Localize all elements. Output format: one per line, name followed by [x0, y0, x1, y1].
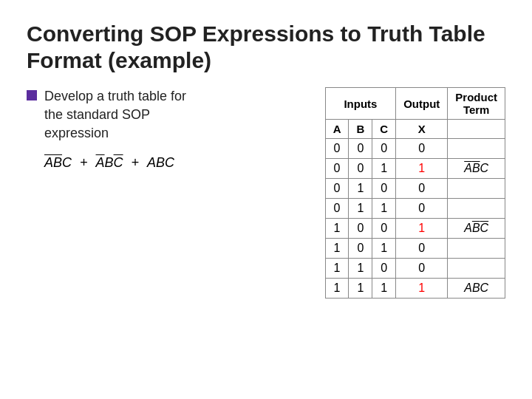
col-B-header: B: [349, 120, 372, 139]
cell-c: 0: [372, 139, 396, 159]
slide: Converting SOP Expressions to Truth Tabl…: [0, 0, 532, 399]
expr-B-bar: B: [53, 155, 62, 170]
cell-b: 1: [349, 179, 372, 199]
cell-c: 1: [372, 239, 396, 259]
product-term-header: ProductTerm: [448, 88, 505, 120]
cell-term: [448, 139, 505, 159]
cell-a: 0: [325, 179, 349, 199]
cell-c: 0: [372, 259, 396, 279]
cell-x: 0: [396, 179, 448, 199]
cell-b: 1: [349, 279, 372, 299]
truth-table: Inputs Output ProductTerm A B C X 0: [325, 87, 505, 299]
cell-b: 0: [349, 219, 372, 239]
cell-a: 0: [325, 139, 349, 159]
table-row: 1 1 0 0: [325, 259, 505, 279]
truth-table-container: Inputs Output ProductTerm A B C X 0: [325, 87, 505, 299]
output-header: Output: [396, 88, 448, 120]
left-text-block: Develop a truth table for the standard S…: [44, 87, 186, 171]
cell-c: 0: [372, 179, 396, 199]
cell-term: [448, 199, 505, 219]
expr-A-bar2: A: [96, 155, 105, 170]
cell-a: 1: [325, 279, 349, 299]
table-row: 0 1 1 0: [325, 199, 505, 219]
left-panel: Develop a truth table for the standard S…: [27, 87, 307, 171]
cell-a: 1: [325, 259, 349, 279]
expr-plus1: +: [76, 155, 92, 171]
cell-b: 0: [349, 159, 372, 179]
expr-C-bar: C: [114, 155, 123, 170]
cell-c: 1: [372, 279, 396, 299]
expr-plus2: +: [128, 155, 143, 171]
cell-b: 0: [349, 139, 372, 159]
cell-term: [448, 239, 505, 259]
cell-term: ABC: [448, 159, 505, 179]
cell-b: 1: [349, 199, 372, 219]
cell-b: 0: [349, 239, 372, 259]
cell-x: 0: [396, 259, 448, 279]
table-row: 0 0 1 1 ABC: [325, 159, 505, 179]
cell-x: 1: [396, 279, 448, 299]
cell-x: 0: [396, 139, 448, 159]
cell-x: 1: [396, 159, 448, 179]
cell-a: 0: [325, 159, 349, 179]
cell-a: 0: [325, 199, 349, 219]
cell-term: ABC: [448, 279, 505, 299]
col-A-header: A: [325, 120, 349, 139]
col-PT-header: [448, 120, 505, 139]
content-area: Develop a truth table for the standard S…: [27, 87, 505, 384]
cell-c: 0: [372, 219, 396, 239]
sop-expression: ABC + ABC + ABC: [44, 155, 186, 171]
expr-A-bar: A: [44, 155, 53, 170]
cell-c: 1: [372, 159, 396, 179]
cell-a: 1: [325, 219, 349, 239]
slide-title: Converting SOP Expressions to Truth Tabl…: [27, 21, 505, 74]
table-row: 0 0 0 0: [325, 139, 505, 159]
inputs-header: Inputs: [325, 88, 396, 120]
cell-b: 1: [349, 259, 372, 279]
cell-c: 1: [372, 199, 396, 219]
col-C-header: C: [372, 120, 396, 139]
cell-x: 0: [396, 239, 448, 259]
cell-term: [448, 179, 505, 199]
table-header-row: Inputs Output ProductTerm: [325, 88, 505, 120]
description-text: Develop a truth table for the standard S…: [44, 87, 186, 143]
expr-ABC: ABC: [147, 155, 174, 171]
expression-container: ABC + ABC + ABC: [44, 155, 186, 171]
table-row: 1 0 0 1 ABC: [325, 219, 505, 239]
cell-x: 0: [396, 199, 448, 219]
col-X-header: X: [396, 120, 448, 139]
cell-term: [448, 259, 505, 279]
table-subheader-row: A B C X: [325, 120, 505, 139]
bullet-icon: [27, 90, 37, 100]
cell-a: 1: [325, 239, 349, 259]
cell-term: ABC: [448, 219, 505, 239]
table-row: 1 1 1 1 ABC: [325, 279, 505, 299]
cell-x: 1: [396, 219, 448, 239]
table-row: 0 1 0 0: [325, 179, 505, 199]
table-row: 1 0 1 0: [325, 239, 505, 259]
